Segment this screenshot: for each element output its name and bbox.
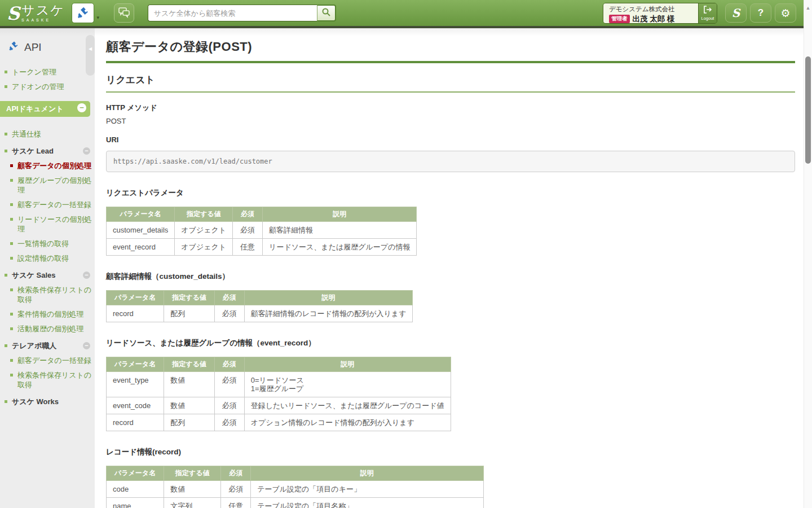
help-icon: ? (758, 7, 764, 19)
header-divider (0, 26, 812, 28)
scroll-up-icon[interactable]: ▲ (804, 5, 812, 11)
plug-icon (8, 40, 19, 54)
table-header-row: パラメータ名 指定する値 必須 説明 (107, 207, 417, 222)
main-content: 顧客データの登録(POST) リクエスト HTTP メソッド POST URI … (95, 28, 804, 508)
page-title: 顧客データの登録(POST) (106, 38, 795, 63)
table-row: record 配列 必須 顧客詳細情報のレコード情報の配列が入ります (107, 305, 413, 322)
sidebar-item-addon-management[interactable]: アドオンの管理 (5, 82, 92, 91)
collapse-left-icon: ◀ (89, 46, 92, 76)
collapse-minus-icon[interactable]: − (83, 342, 90, 349)
bullet-icon (10, 218, 13, 221)
sidebar-item-teleapo-search-condition[interactable]: 検索条件保存リストの取得 (10, 370, 92, 389)
collapse-minus-icon[interactable]: − (83, 271, 90, 279)
sidebar-section-api-docs[interactable]: APIドキュメント − (0, 101, 90, 117)
logout-icon (703, 6, 712, 15)
sidebar-group-saaske-works[interactable]: サスケ Works (5, 397, 92, 406)
bullet-icon (10, 359, 13, 362)
table-header-row: パラメータ名 指定する値 必須 説明 (107, 291, 413, 305)
user-info: デモシステム株式会社 管理者 出茂 太郎 様 (603, 3, 698, 23)
plug-icon (76, 6, 90, 21)
sidebar-group-saaske-lead[interactable]: サスケ Lead − (5, 146, 92, 156)
sidebar-item-history-group-individual[interactable]: 履歴グループの個別処理 (10, 176, 92, 195)
table-row: name 文字列 任意 テーブル設定の「項目名称」 (107, 498, 484, 508)
global-search (148, 5, 336, 21)
http-method-label: HTTP メソッド (106, 103, 795, 113)
company-name: デモシステム株式会社 (609, 5, 692, 14)
sidebar-top-list: トークン管理 アドオンの管理 (0, 61, 95, 91)
bullet-icon (10, 288, 13, 291)
sidebar-item-config-info[interactable]: 設定情報の取得 (10, 253, 92, 263)
help-button[interactable]: ? (750, 3, 771, 23)
role-badge: 管理者 (609, 15, 630, 23)
page: S サスケ SAASKE ▼ (0, 0, 812, 508)
sidebar-api-title: API (0, 28, 95, 61)
sidebar-group-saaske-sales[interactable]: サスケ Sales − (5, 270, 92, 280)
bullet-icon (5, 344, 7, 347)
table-row: code 数値 必須 テーブル設定の「項目のキー」 (107, 481, 484, 498)
uri-value: https://api.saaske.com/v1/lead/customer (106, 151, 795, 172)
bullet-icon (10, 203, 13, 206)
collapse-minus-icon[interactable]: − (77, 103, 86, 112)
saaske-home-button[interactable]: S (725, 3, 747, 23)
table-row: event_code 数値 必須 登録したいリードソース、または履歴グループのコ… (107, 397, 451, 414)
http-method-value: POST (106, 117, 795, 125)
table-header-row: パラメータ名 指定する値 必須 説明 (107, 357, 451, 372)
sidebar-item-case-individual[interactable]: 案件情報の個別処理 (10, 309, 92, 319)
uri-label: URI (106, 135, 795, 144)
sidebar: ◀ API トークン管理 アドオンの管理 (0, 28, 95, 508)
sidebar-item-search-condition-list[interactable]: 検索条件保存リストの取得 (10, 285, 92, 304)
bullet-icon (10, 327, 13, 330)
scrollbar-thumb[interactable] (805, 56, 811, 164)
saaske-s-icon: S (7, 5, 20, 22)
request-section-heading: リクエスト (106, 73, 795, 93)
chat-icon-button[interactable] (114, 3, 134, 23)
search-icon (321, 7, 331, 19)
search-input[interactable] (148, 5, 317, 21)
settings-button[interactable]: ⚙ (775, 3, 796, 23)
user-name: 出茂 太郎 様 (633, 14, 675, 24)
bullet-icon (5, 71, 7, 73)
request-params-heading: リクエストパラメータ (106, 188, 795, 198)
bullet-icon (10, 374, 13, 376)
sidebar-group-teleapo[interactable]: テレアポ職人 − (5, 341, 92, 351)
customer-details-table: パラメータ名 指定する値 必須 説明 record 配列 必須 顧客詳細情報のレ… (106, 290, 413, 322)
sidebar-item-list-info[interactable]: 一覧情報の取得 (10, 239, 92, 248)
table-row: event_type 数値 必須 0=リードソース 1=履歴グループ (107, 372, 451, 397)
top-header: S サスケ SAASKE ▼ (0, 0, 812, 26)
event-record-heading: リードソース、または履歴グループの情報（event_record） (106, 338, 795, 348)
bullet-icon (5, 150, 7, 152)
saaske-logo[interactable]: S サスケ SAASKE (7, 4, 65, 22)
collapse-minus-icon[interactable]: − (83, 147, 90, 155)
logo-sub-text: SAASKE (21, 18, 65, 22)
search-button[interactable] (317, 5, 336, 21)
logout-button[interactable]: Logout (698, 3, 717, 23)
logo-brand-text: サスケ (21, 3, 65, 17)
api-app-button[interactable] (72, 3, 94, 23)
bullet-icon (5, 274, 7, 277)
table-header-row: パラメータ名 指定する値 必須 説明 (107, 466, 484, 481)
sidebar-item-teleapo-customer-bulk[interactable]: 顧客データの一括登録 (10, 356, 92, 365)
saaske-s-icon: S (732, 6, 740, 20)
sidebar-item-token-management[interactable]: トークン管理 (5, 67, 92, 77)
sidebar-title-text: API (24, 41, 42, 54)
event-record-table: パラメータ名 指定する値 必須 説明 event_type 数値 必須 0=リー… (106, 357, 451, 431)
logout-label: Logout (701, 16, 714, 21)
request-params-table: パラメータ名 指定する値 必須 説明 customer_details オブジェ… (106, 207, 417, 256)
table-row: customer_details オブジェクト 必須 顧客詳細情報 (107, 222, 417, 239)
app-caret-icon[interactable]: ▼ (96, 15, 100, 20)
sidebar-doc-list: 共通仕様 サスケ Lead − 顧客データの個別処理 履歴グループの個別処理 顧… (0, 123, 95, 406)
bullet-icon (10, 257, 13, 260)
sidebar-item-activity-history-individual[interactable]: 活動履歴の個別処理 (10, 324, 92, 334)
sidebar-item-customer-individual[interactable]: 顧客データの個別処理 (10, 161, 92, 170)
sidebar-item-customer-bulk-register[interactable]: 顧客データの一括登録 (10, 200, 92, 209)
bullet-icon (10, 313, 13, 316)
bullet-icon (10, 179, 13, 182)
record-info-table: パラメータ名 指定する値 必須 説明 code 数値 必須 テーブル設定の「項目… (106, 466, 484, 508)
page-scrollbar[interactable]: ▲ (804, 0, 812, 508)
sidebar-item-leadsource-individual[interactable]: リードソースの個別処理 (10, 214, 92, 234)
sidebar-item-common-spec[interactable]: 共通仕様 (5, 129, 92, 139)
table-row: event_record オブジェクト 任意 リードソース、または履歴グループの… (107, 239, 417, 256)
sidebar-collapse-handle[interactable]: ◀ (86, 35, 95, 76)
chat-bubbles-icon (118, 7, 130, 20)
bullet-icon (5, 400, 7, 403)
